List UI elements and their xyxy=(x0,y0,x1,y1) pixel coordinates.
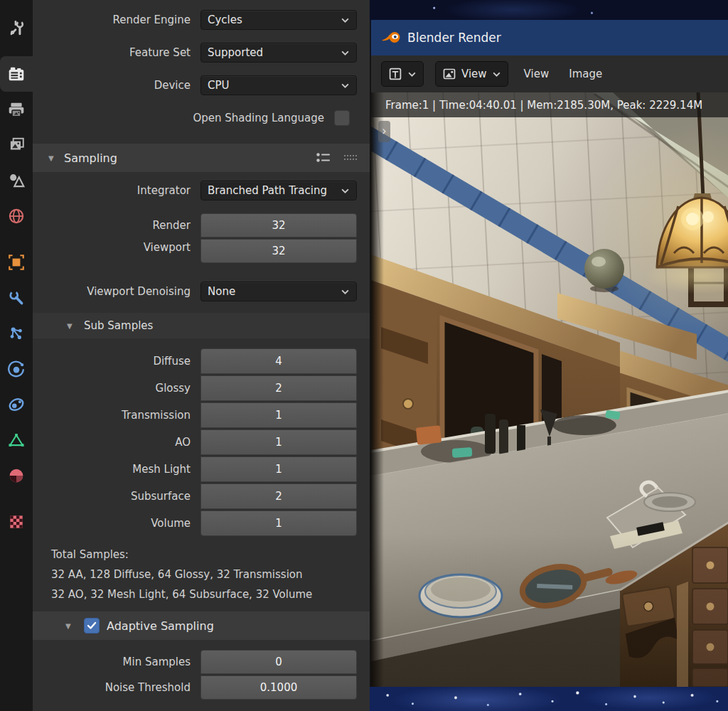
object-data-icon xyxy=(7,431,26,449)
total-samples-block: Total Samples: 32 AA, 128 Diffuse, 64 Gl… xyxy=(33,545,370,604)
tab-object-data-properties[interactable] xyxy=(0,422,33,458)
render-window-title: Blender Render xyxy=(407,31,501,45)
viewport-samples-slider[interactable]: 32 xyxy=(200,239,357,263)
world-globe-icon xyxy=(7,207,26,225)
mesh-light-value: 1 xyxy=(275,463,282,476)
render-status-text: Frame:1 | Time:04:40.01 | Mem:2185.30M, … xyxy=(385,99,702,112)
device-dropdown[interactable]: CPU xyxy=(200,75,357,95)
diffuse-slider[interactable]: 4 xyxy=(200,348,357,374)
constraints-icon xyxy=(7,395,26,414)
volume-slider[interactable]: 1 xyxy=(200,510,357,536)
render-result-canvas: Frame:1 | Time:04:40.01 | Mem:2185.30M, … xyxy=(370,92,728,687)
chevron-down-icon xyxy=(341,48,350,58)
adaptive-sampling-title: Adaptive Sampling xyxy=(107,619,214,633)
collapse-arrow-icon[interactable]: ▼ xyxy=(65,622,77,630)
integrator-row: Integrator Branched Path Tracing xyxy=(33,181,370,201)
view-layer-icon xyxy=(7,136,26,154)
tab-texture-properties[interactable] xyxy=(0,504,33,540)
total-samples-heading: Total Samples: xyxy=(51,545,370,565)
presets-list-icon[interactable] xyxy=(316,151,331,164)
glossy-label: Glossy xyxy=(33,375,191,401)
transmission-label: Transmission xyxy=(33,402,191,428)
feature-set-row: Feature Set Supported xyxy=(33,43,370,63)
adaptive-sampling-panel-header[interactable]: ▼ Adaptive Sampling xyxy=(33,611,370,640)
tab-modifier-properties[interactable] xyxy=(0,280,33,316)
render-samples-slider[interactable]: 32 xyxy=(200,213,357,237)
render-image xyxy=(371,92,728,687)
tab-constraint-properties[interactable] xyxy=(0,387,33,422)
transmission-value: 1 xyxy=(275,409,282,422)
mesh-light-label: Mesh Light xyxy=(33,456,191,482)
render-engine-row: Render Engine Cycles xyxy=(33,10,370,30)
integrator-value: Branched Path Tracing xyxy=(208,184,327,197)
render-engine-label: Render Engine xyxy=(33,14,200,26)
render-status-bar: Frame:1 | Time:04:40.01 | Mem:2185.30M, … xyxy=(371,92,728,117)
sampling-panel-header[interactable]: ▼ Sampling xyxy=(33,144,370,172)
image-mode-value: View xyxy=(461,68,487,80)
properties-tabbar xyxy=(0,0,33,711)
menu-image[interactable]: Image xyxy=(564,68,606,80)
viewport-samples-value: 32 xyxy=(272,245,285,257)
glossy-slider[interactable]: 2 xyxy=(200,375,357,401)
render-properties-panel: Render Engine Cycles Feature Set Support… xyxy=(33,0,370,711)
noise-threshold-slider[interactable]: 0.1000 xyxy=(200,675,357,700)
noise-threshold-value: 0.1000 xyxy=(260,681,298,694)
min-samples-slider[interactable]: 0 xyxy=(200,650,357,674)
image-editor-icon xyxy=(388,67,402,81)
feature-set-value: Supported xyxy=(208,46,263,59)
sub-samples-rows: Diffuse Glossy Transmission AO Mesh Ligh… xyxy=(33,348,370,535)
tab-particle-properties[interactable] xyxy=(0,316,33,351)
adaptive-rows: Min Samples Noise Threshold 0 0.1000 xyxy=(33,650,370,700)
texture-checker-icon xyxy=(7,513,26,531)
drag-grip-icon[interactable] xyxy=(344,154,357,161)
toolbar-toggle-chevron[interactable]: › xyxy=(378,121,390,142)
chevron-down-icon xyxy=(492,70,501,79)
tab-render-properties[interactable] xyxy=(0,56,33,92)
feature-set-dropdown[interactable]: Supported xyxy=(200,43,357,63)
chevron-down-icon xyxy=(407,70,417,79)
transmission-slider[interactable]: 1 xyxy=(200,402,357,428)
viewport-samples-label: Viewport xyxy=(33,241,200,254)
tab-output-properties[interactable] xyxy=(0,92,33,127)
viewport-denoising-dropdown[interactable]: None xyxy=(200,282,357,301)
integrator-dropdown[interactable]: Branched Path Tracing xyxy=(200,181,357,201)
mesh-light-slider[interactable]: 1 xyxy=(200,456,357,482)
osl-checkbox[interactable] xyxy=(334,110,350,126)
render-samples-value: 32 xyxy=(272,219,285,232)
subsurface-slider[interactable]: 2 xyxy=(200,483,357,509)
output-printer-icon xyxy=(7,100,26,119)
volume-value: 1 xyxy=(275,517,282,530)
sub-samples-panel-header[interactable]: ▼ Sub Samples xyxy=(33,313,370,338)
tab-physics-properties[interactable] xyxy=(0,351,33,387)
feature-set-label: Feature Set xyxy=(33,46,200,59)
render-window-titlebar[interactable]: Blender Render xyxy=(370,20,728,55)
editor-type-button[interactable] xyxy=(381,61,424,87)
sampling-title: Sampling xyxy=(64,151,117,165)
tab-world-properties[interactable] xyxy=(0,198,33,234)
collapse-arrow-icon[interactable]: ▼ xyxy=(67,322,84,330)
render-properties-icon xyxy=(7,65,26,83)
total-samples-line1: 32 AA, 128 Diffuse, 64 Glossy, 32 Transm… xyxy=(51,565,370,584)
min-samples-label: Min Samples xyxy=(33,650,191,674)
image-icon xyxy=(442,67,456,81)
desktop-wallpaper-bottom xyxy=(370,687,728,711)
collapse-arrow-icon[interactable]: ▼ xyxy=(48,154,64,162)
render-engine-dropdown[interactable]: Cycles xyxy=(200,10,357,30)
tab-scene-properties[interactable] xyxy=(0,163,33,198)
modifier-wrench-icon xyxy=(7,289,26,307)
menu-view[interactable]: View xyxy=(520,68,554,80)
ao-slider[interactable]: 1 xyxy=(200,429,357,455)
tab-view-layer-properties[interactable] xyxy=(0,127,33,163)
image-mode-dropdown[interactable]: View xyxy=(435,61,508,87)
tab-material-properties[interactable] xyxy=(0,458,33,493)
render-engine-value: Cycles xyxy=(208,14,242,26)
adaptive-sampling-checkbox[interactable] xyxy=(84,618,100,634)
viewport-denoising-row: Viewport Denoising None xyxy=(33,282,370,301)
ao-label: AO xyxy=(33,429,191,455)
diffuse-value: 4 xyxy=(275,355,282,368)
tab-tool-properties[interactable] xyxy=(0,10,33,46)
volume-label: Volume xyxy=(33,510,191,536)
device-value: CPU xyxy=(208,79,230,92)
ao-value: 1 xyxy=(275,436,282,449)
tab-object-properties[interactable] xyxy=(0,245,33,280)
